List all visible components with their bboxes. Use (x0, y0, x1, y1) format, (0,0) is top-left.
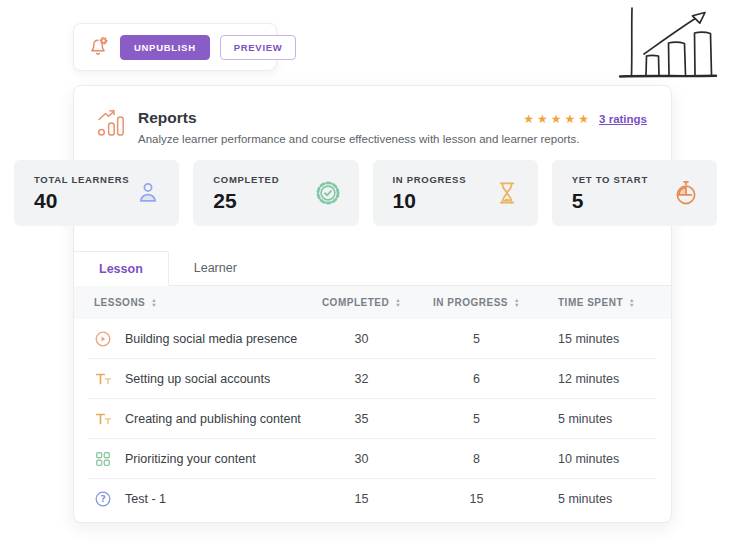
completed-count: 32 (304, 372, 419, 386)
stat-value: 25 (213, 189, 279, 213)
time-spent: 5 minutes (534, 492, 651, 506)
column-label: LESSONS (94, 297, 145, 308)
table-row: Building social media presence 30 5 15 m… (88, 319, 657, 359)
rating-block: ★★★★★ 3 ratings (523, 106, 647, 127)
completed-count: 30 (304, 452, 419, 466)
sort-icon[interactable] (151, 298, 157, 307)
lesson-name: Creating and publishing content (125, 412, 301, 426)
stat-label: IN PROGRESS (393, 174, 467, 185)
stat-value: 10 (393, 189, 467, 213)
stat-card: IN PROGRESS 10 (373, 160, 538, 226)
stat-label: COMPLETED (213, 174, 279, 185)
grid-icon (94, 450, 112, 468)
stat-card: COMPLETED 25 (193, 160, 358, 226)
sort-icon[interactable] (629, 298, 635, 307)
question-circle-icon: ? (94, 490, 112, 508)
reports-body: LessonLearner LESSONS COMPLETED IN PROGR… (74, 251, 671, 522)
table-row: Prioritizing your content 30 8 10 minute… (88, 439, 657, 479)
time-spent: 12 minutes (534, 372, 651, 386)
reports-chart-icon (96, 108, 128, 138)
completed-count: 35 (304, 412, 419, 426)
time-spent: 15 minutes (534, 332, 651, 346)
stat-value: 40 (34, 189, 129, 213)
star-rating-icons: ★★★★★ (523, 112, 592, 126)
sort-icon[interactable] (514, 298, 520, 307)
column-label: IN PROGRESS (433, 297, 508, 308)
tab-lesson[interactable]: Lesson (74, 251, 169, 286)
sort-icon[interactable] (395, 298, 401, 307)
publish-toolbar: UNPUBLISH PREVIEW (73, 23, 277, 71)
column-header-time-spent[interactable]: TIME SPENT (534, 297, 651, 308)
column-header-lessons[interactable]: LESSONS (94, 297, 304, 308)
column-header-in-progress[interactable]: IN PROGRESS (419, 297, 534, 308)
inprogress-count: 8 (419, 452, 534, 466)
hourglass-icon (493, 179, 521, 207)
stat-label: TOTAL LEARNERS (34, 174, 129, 185)
reports-header: Reports ★★★★★ 3 ratings Analyze learner … (74, 86, 671, 145)
reports-card: Reports ★★★★★ 3 ratings Analyze learner … (73, 85, 672, 523)
time-spent: 10 minutes (534, 452, 651, 466)
notification-settings-icon[interactable] (86, 35, 110, 59)
stopwatch-icon (672, 179, 700, 207)
table-row: Setting up social accounts 32 6 12 minut… (88, 359, 657, 399)
inprogress-count: 6 (419, 372, 534, 386)
column-label: COMPLETED (322, 297, 389, 308)
table-row: ? Test - 1 15 15 5 minutes (88, 479, 657, 519)
lesson-name: Setting up social accounts (125, 372, 270, 386)
inprogress-count: 15 (419, 492, 534, 506)
table-row: Creating and publishing content 35 5 5 m… (88, 399, 657, 439)
stat-card: YET TO START 5 (552, 160, 717, 226)
growth-chart-sketch-illustration (606, 0, 730, 93)
svg-text:?: ? (100, 494, 105, 504)
stat-value: 5 (572, 189, 648, 213)
preview-button[interactable]: PREVIEW (220, 35, 297, 60)
inprogress-count: 5 (419, 332, 534, 346)
page-subtitle: Analyze learner performance and course e… (138, 133, 647, 145)
completed-count: 15 (304, 492, 419, 506)
column-header-completed[interactable]: COMPLETED (304, 297, 419, 308)
table-header: LESSONS COMPLETED IN PROGRESS TIME SPENT (74, 286, 671, 319)
play-circle-icon (94, 330, 112, 348)
reports-page: UNPUBLISH PREVIEW Reports ★★★★★ 3 rating… (0, 0, 731, 545)
inprogress-count: 5 (419, 412, 534, 426)
lessons-table: Building social media presence 30 5 15 m… (74, 319, 671, 522)
stats-row: TOTAL LEARNERS 40 COMPLETED 25 IN PROGRE… (0, 160, 731, 226)
stat-label: YET TO START (572, 174, 648, 185)
completed-count: 30 (304, 332, 419, 346)
lesson-name: Prioritizing your content (125, 452, 256, 466)
person-icon (134, 179, 162, 207)
time-spent: 5 minutes (534, 412, 651, 426)
lesson-name: Test - 1 (125, 492, 166, 506)
column-label: TIME SPENT (558, 297, 623, 308)
page-title: Reports (138, 106, 523, 127)
ratings-link[interactable]: 3 ratings (599, 113, 647, 125)
text-icon (94, 370, 112, 388)
stat-card: TOTAL LEARNERS 40 (14, 160, 179, 226)
badge-check-icon (314, 179, 342, 207)
lesson-name: Building social media presence (125, 332, 297, 346)
tab-learner[interactable]: Learner (169, 251, 262, 285)
unpublish-button[interactable]: UNPUBLISH (120, 35, 210, 60)
report-tabs: LessonLearner (74, 251, 671, 286)
text-icon (94, 410, 112, 428)
